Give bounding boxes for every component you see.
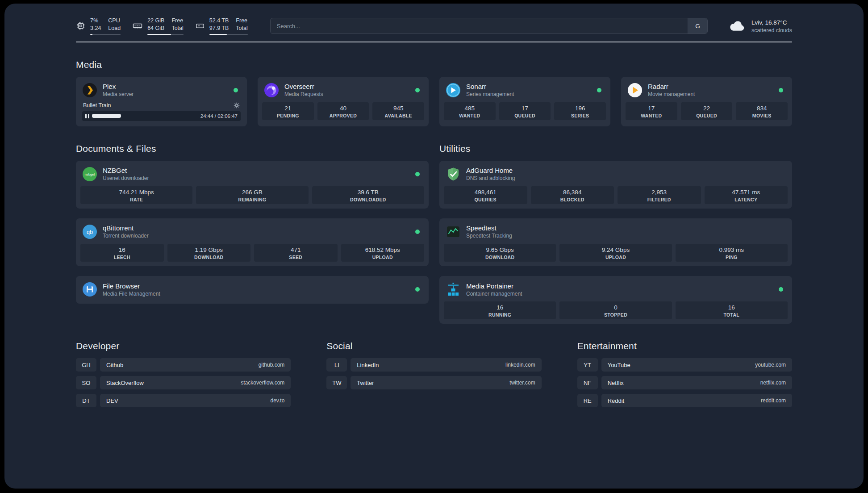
plex-card: Plex Media server Bullet Train	[76, 77, 247, 126]
bookmark-row[interactable]: YT YouTube youtube.com	[577, 358, 792, 372]
stat-tile: 0.993 ms PING	[676, 244, 788, 262]
stat-tile: 17 QUEUED	[499, 102, 551, 120]
overseerr-icon	[264, 83, 279, 98]
status-dot	[415, 230, 420, 234]
now-playing-title: Bullet Train	[83, 102, 111, 109]
bookmark-abbr: TW	[326, 376, 347, 389]
stat-value: 498,461	[446, 188, 526, 196]
stat-label: QUERIES	[446, 197, 526, 202]
disk-icon	[195, 21, 205, 31]
stat-tile: 485 WANTED	[444, 102, 496, 120]
disk-total: 97.9 TB	[209, 25, 229, 32]
portainer-crane-icon	[446, 282, 461, 297]
memory-progressbar	[147, 34, 184, 35]
adguard-stats: 498,461 QUERIES 86,384 BLOCKED 2,953 FIL…	[444, 186, 788, 204]
media-cards-row: Plex Media server Bullet Train	[76, 77, 792, 126]
plex-service-link[interactable]: Plex Media server	[80, 81, 242, 102]
stat-label: QUEUED	[501, 113, 549, 118]
bookmark-group-social: Social LI LinkedIn linkedin.com TW Twitt…	[326, 324, 541, 394]
bookmark-domain: twitter.com	[509, 380, 535, 386]
stat-tile: 9.24 Gbps UPLOAD	[559, 244, 672, 262]
service-name: Plex	[103, 83, 134, 90]
status-dot	[779, 88, 783, 92]
playback-progress[interactable]	[92, 114, 121, 118]
adguard-service-link[interactable]: AdGuard Home DNS and adblocking	[444, 165, 788, 186]
stat-value: 21	[264, 104, 312, 113]
service-name: Speedtest	[466, 224, 512, 232]
service-name: Radarr	[648, 83, 695, 90]
service-subtitle: Container management	[466, 291, 522, 297]
service-name: NZBGet	[103, 167, 149, 174]
stat-value: 22	[683, 104, 731, 113]
stat-value: 196	[556, 104, 604, 113]
service-name: AdGuard Home	[466, 167, 515, 174]
cpu-progressbar	[90, 34, 121, 35]
svg-text:nzbget: nzbget	[85, 172, 95, 176]
cpu-label: CPU	[108, 17, 121, 25]
sonarr-service-link[interactable]: Sonarr Series management	[444, 81, 606, 102]
now-playing-settings-icon[interactable]	[234, 102, 240, 109]
bookmark-row[interactable]: LI LinkedIn linkedin.com	[326, 358, 541, 372]
stat-label: AVAILABLE	[374, 113, 422, 118]
bookmark-row[interactable]: GH Github github.com	[76, 358, 291, 372]
nzbget-icon: nzbget	[82, 167, 97, 182]
status-dot	[415, 172, 420, 176]
bookmark-name: DEV	[106, 397, 118, 404]
bookmark-row[interactable]: SO StackOverflow stackoverflow.com	[76, 376, 291, 389]
bookmark-row[interactable]: RE Reddit reddit.com	[577, 394, 792, 407]
speedtest-service-link[interactable]: Speedtest Speedtest Tracking	[444, 223, 788, 244]
topbar: 7% 3.24 CPU Load	[76, 17, 792, 35]
overseerr-service-link[interactable]: Overseerr Media Requests	[262, 81, 424, 102]
stat-label: QUEUED	[683, 113, 731, 118]
cpu-progress-fill	[90, 34, 92, 35]
bookmark-row[interactable]: NF Netflix netflix.com	[577, 376, 792, 389]
pause-button[interactable]	[85, 114, 89, 118]
cpu-widget: 7% 3.24 CPU Load	[76, 17, 121, 35]
qbittorrent-card: qb qBittorrent Torrent downloader 16 LEE…	[76, 218, 429, 266]
bookmark-row[interactable]: TW Twitter twitter.com	[326, 376, 541, 389]
stat-value: 744.21 Mbps	[82, 188, 191, 196]
svg-text:qb: qb	[87, 229, 93, 235]
status-dot	[597, 88, 601, 92]
stat-tile: 16 RUNNING	[444, 301, 556, 319]
stat-tile: 39.6 TB DOWNLOADED	[312, 186, 424, 204]
stat-label: STOPPED	[561, 312, 670, 318]
stat-value: 1.19 Gbps	[169, 246, 249, 254]
search-input[interactable]	[271, 18, 688, 33]
stat-label: DOWNLOAD	[446, 255, 554, 260]
cpu-chip-icon	[76, 21, 86, 31]
bookmark-domain: dev.to	[271, 397, 285, 404]
radarr-icon	[627, 83, 643, 98]
service-subtitle: Torrent downloader	[103, 233, 149, 239]
speedtest-graph-icon	[446, 224, 461, 239]
bookmark-name: Netflix	[608, 380, 624, 386]
radarr-service-link[interactable]: Radarr Movie management	[626, 81, 788, 102]
qbittorrent-service-link[interactable]: qb qBittorrent Torrent downloader	[80, 223, 424, 244]
sonarr-icon	[446, 83, 461, 98]
radarr-card: Radarr Movie management 17 WANTED 22 QUE…	[621, 77, 792, 126]
nzbget-service-link[interactable]: nzbget NZBGet Usenet downloader	[80, 165, 424, 186]
stat-tile: 47.571 ms LATENCY	[705, 186, 788, 204]
portainer-service-link[interactable]: Media Portainer Container management	[444, 280, 788, 301]
service-subtitle: Speedtest Tracking	[466, 233, 512, 239]
status-dot	[415, 88, 420, 92]
stat-label: PING	[677, 255, 786, 260]
stat-label: BLOCKED	[533, 197, 613, 202]
speedtest-card: Speedtest Speedtest Tracking 9.65 Gbps D…	[439, 218, 792, 266]
stat-value: 16	[82, 246, 162, 254]
topbar-divider	[76, 42, 792, 42]
search-provider-button[interactable]: G	[688, 18, 707, 33]
section-title-documents: Documents & Files	[76, 143, 429, 154]
stat-tile: 21 PENDING	[262, 102, 314, 120]
bookmark-row[interactable]: DT DEV dev.to	[76, 394, 291, 407]
bookmark-abbr: NF	[577, 376, 598, 389]
ram-icon	[132, 21, 143, 31]
playback-bar: 24:44 / 02:06:47	[82, 111, 241, 121]
stat-label: WANTED	[627, 113, 676, 118]
service-name: Overseerr	[284, 83, 323, 90]
overseerr-stats: 21 PENDING 40 APPROVED 945 AVAILABLE	[262, 102, 424, 120]
stat-value: 17	[627, 104, 676, 113]
bookmark-domain: github.com	[259, 362, 285, 368]
filebrowser-service-link[interactable]: File Browser Media File Management	[80, 280, 424, 299]
stat-value: 47.571 ms	[706, 188, 786, 196]
